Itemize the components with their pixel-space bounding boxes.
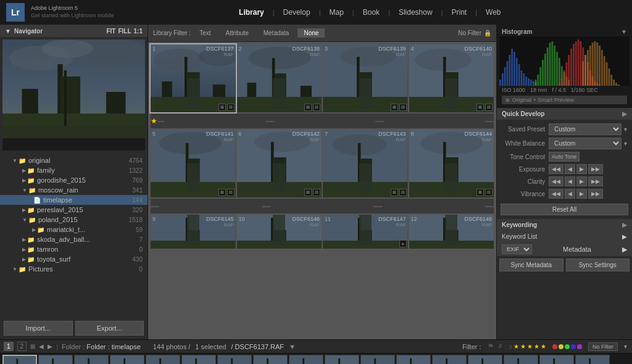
- vibrance-dec-dec-button[interactable]: ◀◀: [549, 189, 563, 199]
- clarity-dec-dec-button[interactable]: ◀◀: [549, 176, 563, 186]
- app-name: Adobe Lightroom 5: [31, 5, 114, 12]
- metadata-select[interactable]: EXIF: [502, 244, 532, 254]
- folder-item-toyota[interactable]: ▶ 📁 toyota_surf 430: [0, 254, 148, 264]
- exposure-dec-button[interactable]: ◀: [565, 164, 575, 174]
- quick-develop-header[interactable]: Quick Develop ▶: [497, 108, 632, 120]
- color-dot-purple[interactable]: [577, 344, 582, 349]
- export-button[interactable]: Export...: [75, 321, 144, 336]
- view-loupe-button[interactable]: 2: [17, 342, 27, 351]
- vibrance-inc-inc-button[interactable]: ▶▶: [588, 189, 603, 199]
- photo-grid: 1 DSCF6137 RAF: [148, 42, 496, 339]
- film-thumb-16[interactable]: [539, 355, 574, 364]
- rating-star-1[interactable]: ★: [514, 343, 519, 350]
- filmstrip-forward-button[interactable]: ▶: [48, 343, 52, 350]
- filmstrip-back-button[interactable]: ◀: [39, 343, 44, 350]
- folder-item-timelapse[interactable]: 📄 timelapse 144: [0, 195, 148, 205]
- vibrance-dec-button[interactable]: ◀: [565, 189, 575, 199]
- nav-web[interactable]: Web: [478, 6, 508, 19]
- grid-cell-9[interactable]: 9 DSCF6145 RAF: [151, 215, 236, 249]
- film-thumb-17[interactable]: [575, 355, 610, 364]
- rating-star-5[interactable]: ★: [541, 343, 546, 350]
- grid-cell-5[interactable]: 5 DSCF6141 RAF ⊞ ⊟: [151, 130, 236, 197]
- auto-tone-button[interactable]: Auto Tone: [549, 152, 580, 162]
- nav-slideshow[interactable]: Slideshow: [391, 6, 440, 19]
- film-thumb-11[interactable]: [360, 355, 395, 364]
- rating-star-3[interactable]: ★: [527, 343, 533, 350]
- color-dot-yellow[interactable]: [559, 344, 563, 349]
- grid-view-icon[interactable]: ⊞: [30, 343, 35, 350]
- exposure-inc-button[interactable]: ▶: [576, 164, 587, 174]
- nav-book[interactable]: Book: [356, 6, 387, 19]
- sync-metadata-button[interactable]: Sync Metadata: [499, 259, 563, 271]
- nav-develop[interactable]: Develop: [276, 6, 318, 19]
- folder-item-gorodishe[interactable]: ▶ 📁 gorodishe_2015 769: [0, 175, 148, 185]
- folder-count: 320: [132, 207, 143, 213]
- grid-cell-8[interactable]: 8 DSCF6144 RAF ⊞ ⊟: [409, 130, 494, 197]
- grid-cell-4[interactable]: 4 DSCF6140 RAF ⊞ ⊟: [409, 44, 494, 112]
- white-balance-select[interactable]: Custom: [549, 138, 622, 149]
- film-thumb-14[interactable]: [468, 355, 502, 364]
- film-thumb-4[interactable]: [110, 355, 144, 364]
- grid-cell-12[interactable]: 12 DSCF6148 RAF: [409, 215, 494, 249]
- film-thumb-10[interactable]: [325, 355, 359, 364]
- grid-cell-3[interactable]: 3 DSCF6139 RAF ⊞ ⊟: [323, 44, 408, 112]
- film-thumb-6[interactable]: [181, 355, 216, 364]
- folder-item-poland[interactable]: ▼ 📁 poland_2015 1518: [0, 215, 148, 225]
- filter-tab-text[interactable]: Text: [193, 28, 217, 38]
- filter-rejected-icon[interactable]: ✗: [497, 342, 503, 350]
- folder-item-original[interactable]: ▼ 📁 original 4764: [0, 155, 148, 165]
- saved-preset-select[interactable]: Custom: [549, 123, 622, 135]
- clarity-label: Clarity: [501, 178, 545, 185]
- clarity-dec-button[interactable]: ◀: [565, 176, 575, 186]
- view-grid-button[interactable]: 1: [4, 342, 14, 351]
- vibrance-inc-button[interactable]: ▶: [576, 189, 587, 199]
- filter-flag-icon[interactable]: ⚑: [488, 342, 494, 350]
- film-thumb-7[interactable]: [217, 355, 252, 364]
- rating-star-2[interactable]: ★: [520, 343, 526, 350]
- fit-button[interactable]: FIT: [106, 28, 115, 35]
- filter-tab-none[interactable]: None: [297, 28, 325, 38]
- reset-all-button[interactable]: Reset All: [501, 204, 628, 215]
- filter-tab-attribute[interactable]: Attribute: [219, 28, 254, 38]
- film-thumb-2[interactable]: [38, 355, 73, 364]
- film-thumb-5[interactable]: [146, 355, 180, 364]
- folder-item-skoda[interactable]: ▶ 📁 skoda_adv_ball... 7: [0, 234, 148, 244]
- keywording-header[interactable]: Keywording ▶: [497, 219, 632, 231]
- film-thumb-3[interactable]: [74, 355, 109, 364]
- folder-item-pereslavl[interactable]: ▶ 📁 pereslavl_2015 320: [0, 205, 148, 215]
- film-thumb-12[interactable]: [396, 355, 431, 364]
- nav-map[interactable]: Map: [322, 6, 351, 19]
- fill-button[interactable]: FILL: [118, 28, 131, 35]
- one-to-one-button[interactable]: 1:1: [134, 28, 143, 35]
- sync-settings-button[interactable]: Sync Settings: [566, 259, 630, 271]
- nav-library[interactable]: Library: [231, 6, 272, 19]
- folder-item-moscow-rain[interactable]: ▼ 📁 moscow_rain 341: [0, 185, 148, 195]
- film-thumb-15[interactable]: [504, 355, 538, 364]
- star-icon[interactable]: ★: [151, 117, 157, 125]
- grid-cell-10[interactable]: 10 DSCF6146 RAF: [237, 215, 322, 249]
- exposure-dec-dec-button[interactable]: ◀◀: [549, 164, 563, 174]
- folder-item-tamron[interactable]: ▶ 📁 tamron 0: [0, 244, 148, 254]
- exposure-inc-inc-button[interactable]: ▶▶: [588, 164, 603, 174]
- rating-star-4[interactable]: ★: [534, 343, 539, 350]
- film-thumb-9[interactable]: [289, 355, 323, 364]
- nav-print[interactable]: Print: [444, 6, 474, 19]
- clarity-inc-button[interactable]: ▶: [576, 176, 587, 186]
- grid-cell-6[interactable]: 6 DSCF6142 RAF ⊞ ⊟: [237, 130, 322, 197]
- clarity-inc-inc-button[interactable]: ▶▶: [588, 176, 603, 186]
- folder-item-family[interactable]: ▶ 📁 family 1322: [0, 165, 148, 175]
- color-dot-green[interactable]: [565, 344, 570, 349]
- color-dot-blue[interactable]: [571, 344, 576, 349]
- grid-cell-11[interactable]: 11 DSCF6147 RAF ≡: [323, 215, 408, 249]
- grid-cell-2[interactable]: 2 DSCF6138 RAF: [237, 44, 322, 112]
- import-button[interactable]: Import...: [4, 321, 73, 336]
- folder-item-mariatcki[interactable]: ▶ 📁 mariatcki_t... 59: [0, 225, 148, 234]
- color-dot-red[interactable]: [552, 344, 557, 349]
- film-thumb-8[interactable]: [253, 355, 288, 364]
- grid-cell-7[interactable]: 7 DSCF6143 RAF ⊞ ⊟: [323, 130, 408, 197]
- film-thumb-1[interactable]: [2, 355, 37, 364]
- folder-item-pictures[interactable]: ▼ 📁 Pictures 0: [0, 264, 148, 274]
- grid-cell-1[interactable]: 1 DSCF6137 RAF: [151, 44, 236, 112]
- film-thumb-13[interactable]: [432, 355, 467, 364]
- filter-tab-metadata[interactable]: Metadata: [257, 28, 296, 38]
